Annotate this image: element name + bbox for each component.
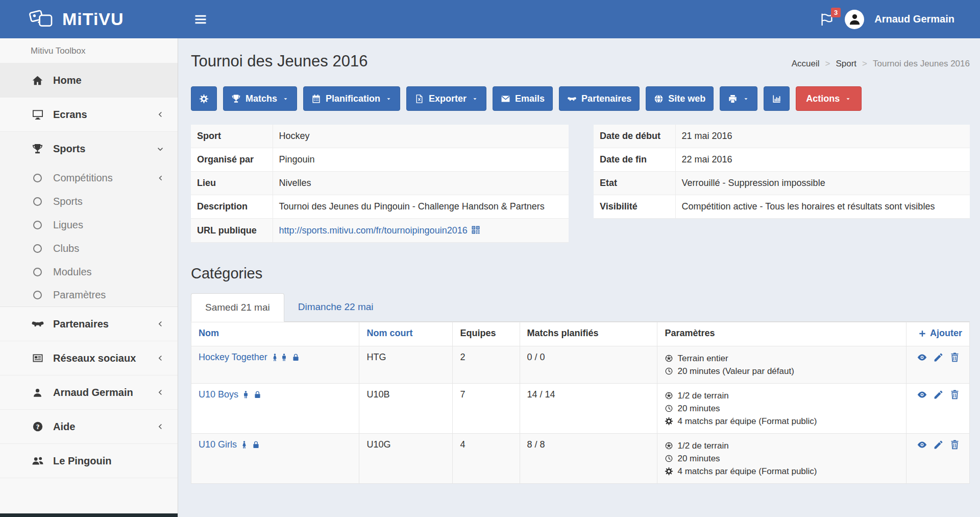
home-icon (31, 75, 44, 86)
soccer-ball-icon (665, 441, 673, 450)
table-row: Etat Verrouillé - Suppression impossible (594, 172, 970, 195)
sort-nom-link[interactable]: Nom (199, 328, 219, 338)
circle-icon (31, 197, 44, 206)
sidebar-item-sports[interactable]: Sports (0, 132, 178, 166)
clock-icon (665, 454, 673, 463)
view-button[interactable] (917, 352, 927, 363)
chevron-down-icon (156, 145, 164, 153)
sidebar-item-ligues[interactable]: Ligues (0, 213, 178, 237)
sidebar-item-sports-sub[interactable]: Sports (0, 190, 178, 213)
table-row: U10 Girls U10G 4 8 / 8 1/2 de terrain 20… (191, 433, 970, 483)
tab-samedi-21-mai[interactable]: Samedi 21 mai (191, 293, 284, 322)
table-row: Visibilité Compétition active - Tous les… (594, 195, 970, 219)
breadcrumb-separator (862, 59, 867, 69)
globe-icon (654, 94, 664, 104)
column-equipes: Equipes (453, 322, 520, 346)
trophy-icon (31, 143, 44, 155)
table-row: Hockey Together HTG 2 0 / 0 Terrain enti… (191, 346, 970, 383)
breadcrumb-sport[interactable]: Sport (836, 59, 856, 69)
chevron-left-icon (157, 174, 164, 182)
question-circle-icon (31, 421, 44, 432)
caret-down-icon (385, 96, 392, 102)
site-web-button[interactable]: Site web (646, 86, 714, 111)
printer-icon (728, 94, 738, 104)
table-row: URL publique http://sports.mitivu.com/fr… (191, 219, 569, 243)
sidebar-item-competitions[interactable]: Compétitions (0, 166, 178, 190)
table-row: U10 Boys U10B 7 14 / 14 1/2 de terrain 2… (191, 383, 970, 433)
edit-button[interactable] (933, 389, 944, 400)
emails-button[interactable]: Emails (493, 86, 553, 111)
actions-dropdown-button[interactable]: Actions (796, 86, 862, 111)
sidebar-toggle-button[interactable] (193, 12, 209, 27)
caret-down-icon (282, 96, 289, 102)
exporter-dropdown-button[interactable]: Exporter (406, 86, 486, 111)
add-category-button[interactable]: Ajouter (918, 328, 962, 339)
plus-icon (918, 330, 926, 338)
notifications-flag-button[interactable]: 3 (819, 12, 835, 27)
sidebar-item-home[interactable]: Home (0, 63, 178, 98)
sidebar-item-ecrans[interactable]: Ecrans (0, 98, 178, 132)
table-row: Date de début 21 mai 2016 (594, 125, 970, 148)
settings-button[interactable] (191, 86, 217, 111)
sidebar-bottom-strip (0, 513, 178, 517)
column-parametres: Paramètres (657, 322, 906, 346)
sidebar-item-arnaud-germain[interactable]: Arnaud Germain (0, 375, 178, 410)
main-content: Tournoi des Jeunes 2016 Accueil Sport To… (179, 38, 980, 517)
delete-button[interactable] (949, 439, 960, 450)
category-link[interactable]: U10 Boys (199, 389, 238, 400)
female-icon (271, 353, 279, 362)
user-menu[interactable]: Arnaud Germain (874, 13, 954, 25)
sidebar-item-modules[interactable]: Modules (0, 260, 178, 284)
edit-button[interactable] (933, 352, 944, 363)
gear-icon (665, 467, 673, 476)
chevron-left-icon (156, 110, 164, 119)
category-link[interactable]: Hockey Together (199, 352, 267, 363)
stats-button[interactable] (764, 86, 790, 111)
circle-icon (31, 221, 44, 229)
category-link[interactable]: U10 Girls (199, 439, 237, 450)
view-button[interactable] (917, 439, 927, 450)
female-icon (240, 440, 249, 449)
avatar[interactable] (845, 10, 864, 29)
soccer-ball-icon (665, 391, 673, 400)
categories-heading: Catégories (191, 265, 970, 282)
sort-nom-court-link[interactable]: Nom court (366, 328, 412, 338)
breadcrumb-separator (825, 59, 830, 69)
edit-button[interactable] (933, 439, 944, 450)
lock-icon (252, 440, 260, 449)
breadcrumb: Accueil Sport Tournoi des Jeunes 2016 (792, 59, 970, 69)
breadcrumb-accueil[interactable]: Accueil (792, 59, 820, 69)
sidebar-item-clubs[interactable]: Clubs (0, 237, 178, 260)
matchs-dropdown-button[interactable]: Matchs (223, 86, 297, 111)
clock-icon (665, 404, 673, 413)
users-icon (31, 454, 44, 467)
sidebar-header: Mitivu Toolbox (0, 38, 178, 63)
sidebar-item-aide[interactable]: Aide (0, 410, 178, 444)
page-title: Tournoi des Jeunes 2016 (191, 52, 368, 70)
tournament-dates-table: Date de début 21 mai 2016 Date de fin 22… (594, 125, 970, 219)
delete-button[interactable] (949, 389, 960, 400)
partenaires-button[interactable]: Partenaires (559, 86, 640, 111)
toolbar: Matchs Planification Exporter Emails Par… (191, 86, 970, 111)
handshake-icon (31, 317, 44, 331)
qr-code-icon[interactable] (471, 225, 481, 235)
chevron-left-icon (156, 354, 164, 362)
brand[interactable]: MiTiVU (0, 9, 178, 30)
brand-name: MiTiVU (62, 9, 124, 29)
user-icon (848, 12, 862, 26)
chevron-left-icon (156, 320, 164, 328)
public-url-link[interactable]: http://sports.mitivu.com/fr/tournoipingo… (279, 225, 468, 236)
sidebar-item-le-pingouin[interactable]: Le Pingouin (0, 444, 178, 478)
planification-dropdown-button[interactable]: Planification (303, 86, 400, 111)
sidebar-item-reseaux-sociaux[interactable]: Réseaux sociaux (0, 341, 178, 375)
view-button[interactable] (917, 389, 927, 400)
trophy-icon (231, 94, 241, 104)
print-dropdown-button[interactable] (720, 86, 757, 111)
soccer-ball-icon (665, 354, 673, 363)
sidebar-item-partenaires[interactable]: Partenaires (0, 307, 178, 341)
table-row: Sport Hockey (191, 125, 569, 148)
tab-dimanche-22-mai[interactable]: Dimanche 22 mai (284, 293, 387, 321)
sidebar-item-parametres[interactable]: Paramètres (0, 284, 178, 307)
delete-button[interactable] (949, 352, 960, 363)
day-tabs: Samedi 21 mai Dimanche 22 mai (191, 293, 970, 322)
